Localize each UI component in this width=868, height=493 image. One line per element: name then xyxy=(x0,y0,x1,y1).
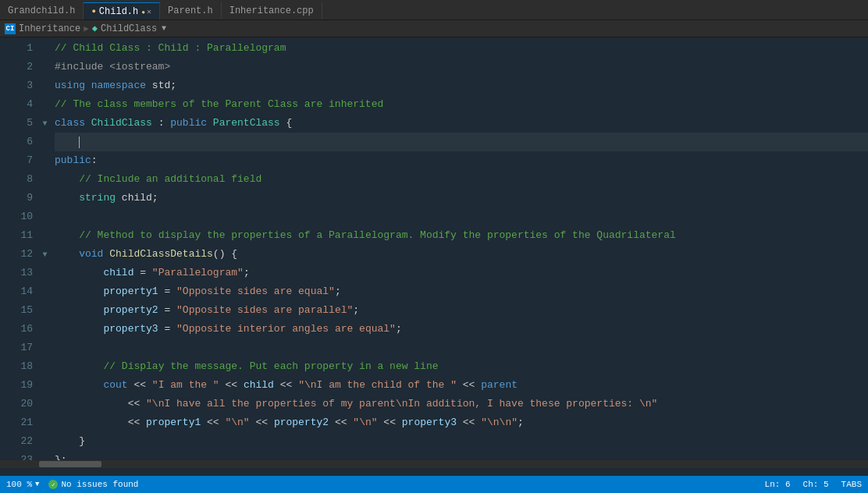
code-indent13 xyxy=(55,264,103,282)
fold-3 xyxy=(39,76,51,95)
code-p2-21: property2 xyxy=(274,413,329,432)
code-eq14: = xyxy=(158,282,176,301)
line-numbers: 1 2 3 4 5 6 7 8 9 10 11 12 13 14 15 16 1… xyxy=(0,37,39,460)
tab-label-grandchild: Grandchild.h xyxy=(8,5,75,16)
code-line-12: void ChildClassDetails() { xyxy=(55,245,868,264)
code-str13: "Parallelogram" xyxy=(152,264,244,282)
code-parentclass: ParentClass xyxy=(213,114,280,133)
line-num-17: 17 xyxy=(0,339,33,357)
tab-label-child: Child.h xyxy=(99,6,138,17)
line-num-8: 8 xyxy=(0,170,33,189)
code-func-name: ChildClassDetails xyxy=(109,245,213,264)
code-line-8: // Include an additional field xyxy=(55,170,868,189)
code-line-20: << "\nI have all the properties of my pa… xyxy=(55,395,868,413)
code-str20: "\nI have all the properties of my paren… xyxy=(146,395,657,413)
cursor xyxy=(79,137,80,148)
line-num-18: 18 xyxy=(0,357,33,376)
line-num-1: 1 xyxy=(0,39,33,58)
code-line-3: using namespace std; xyxy=(55,76,868,95)
scrollbar-horizontal[interactable] xyxy=(0,460,868,468)
breadcrumb-class[interactable]: ◆ ChildClass ▼ xyxy=(92,23,166,34)
zoom-dropdown-icon[interactable]: ▼ xyxy=(35,481,39,488)
editor: 1 2 3 4 5 6 7 8 9 10 11 12 13 14 15 16 1… xyxy=(0,37,868,460)
code-semi15: ; xyxy=(353,301,359,320)
code-child-assign: child xyxy=(103,264,133,282)
code-line-5: class ChildClass : public ParentClass { xyxy=(55,114,868,133)
tab-grandchild[interactable]: Grandchild.h xyxy=(0,2,84,20)
code-std: std; xyxy=(146,76,176,95)
code-semi13: ; xyxy=(244,264,250,282)
breadcrumb-dropdown-arrow[interactable]: ▼ xyxy=(162,24,166,33)
fold-15 xyxy=(39,301,51,320)
code-indent12 xyxy=(55,245,79,264)
code-indent8 xyxy=(55,170,79,189)
code-eq13: = xyxy=(133,264,151,282)
code-line-13: child = "Parallelogram"; xyxy=(55,264,868,282)
code-line-21: << property1 << "\n" << property2 << "\n… xyxy=(55,413,868,432)
code-text-4: // The class members of the Parent Class… xyxy=(55,95,383,114)
status-left: 100 % ▼ No issues found xyxy=(6,480,138,489)
code-shift21e: << xyxy=(378,413,402,432)
no-issues-text: No issues found xyxy=(61,480,138,489)
line-num-21: 21 xyxy=(0,413,33,432)
code-text-2: #include <iostream> xyxy=(55,58,170,76)
fold-12[interactable]: ▼ xyxy=(39,245,51,264)
tab-bar: Grandchild.h ● Child.h ✕ Parent.h Inheri… xyxy=(0,0,868,20)
scrollbar-thumb-h[interactable] xyxy=(39,461,101,467)
tab-parent[interactable]: Parent.h xyxy=(160,2,222,20)
code-line-4: // The class members of the Parent Class… xyxy=(55,95,868,114)
breadcrumb-project[interactable]: CI Inheritance xyxy=(5,23,80,34)
code-shift21d: << xyxy=(329,413,353,432)
tab-inheritance[interactable]: Inheritance.cpp xyxy=(222,2,322,20)
code-shift21f: << xyxy=(457,413,481,432)
code-prop3: property3 xyxy=(103,320,158,339)
code-str14: "Opposite sides are equal" xyxy=(176,282,335,301)
line-num-14: 14 xyxy=(0,282,33,301)
code-line-15: property2 = "Opposite sides are parallel… xyxy=(55,301,868,320)
fold-20 xyxy=(39,395,51,413)
code-line-7: public: xyxy=(55,151,868,170)
fold-2 xyxy=(39,58,51,76)
code-p3-21: property3 xyxy=(402,413,457,432)
fold-9 xyxy=(39,189,51,207)
code-indent20 xyxy=(55,395,128,413)
line-num-22: 22 xyxy=(0,432,33,451)
fold-5[interactable]: ▼ xyxy=(39,114,51,133)
code-kw-public: public xyxy=(55,151,91,170)
status-bar: 100 % ▼ No issues found Ln: 6 Ch: 5 TABS xyxy=(0,476,868,493)
code-line-19: cout << "I am the " << child << "\nI am … xyxy=(55,376,868,395)
tab-close-child[interactable]: ✕ xyxy=(141,7,151,16)
code-line-6 xyxy=(55,133,868,151)
code-indent14 xyxy=(55,282,103,301)
code-shift19b: << xyxy=(219,376,244,395)
code-brace22: } xyxy=(79,432,85,451)
fold-21 xyxy=(39,413,51,432)
project-icon: CI xyxy=(5,23,16,34)
fold-6 xyxy=(39,133,51,151)
line-num-9: 9 xyxy=(0,189,33,207)
code-kw-using: using namespace xyxy=(55,76,146,95)
code-indent21 xyxy=(55,413,128,432)
code-kw-public: public xyxy=(170,114,213,133)
code-indent11 xyxy=(55,226,79,245)
code-eq16: = xyxy=(158,320,176,339)
code-type-string: string xyxy=(79,189,116,207)
code-area[interactable]: // Child Class : Child : Parallelogram #… xyxy=(51,37,868,460)
code-eq15: = xyxy=(158,301,176,320)
code-semi16: ; xyxy=(396,320,402,339)
code-line-2: #include <iostream> xyxy=(55,58,868,76)
code-indent9 xyxy=(55,189,79,207)
code-shift21c: << xyxy=(250,413,274,432)
fold-14 xyxy=(39,282,51,301)
code-line-22: } xyxy=(55,432,868,451)
line-num-7: 7 xyxy=(0,151,33,170)
fold-8 xyxy=(39,170,51,189)
tab-child[interactable]: ● Child.h ✕ xyxy=(84,2,160,20)
fold-18 xyxy=(39,357,51,376)
breadcrumb-class-name: ChildClass xyxy=(101,23,157,34)
code-shift19: << xyxy=(128,376,152,395)
zoom-control[interactable]: 100 % ▼ xyxy=(6,480,39,489)
code-line-23: }; xyxy=(55,451,868,460)
status-line: Ln: 6 xyxy=(765,480,791,489)
code-shift19c: << xyxy=(274,376,298,395)
